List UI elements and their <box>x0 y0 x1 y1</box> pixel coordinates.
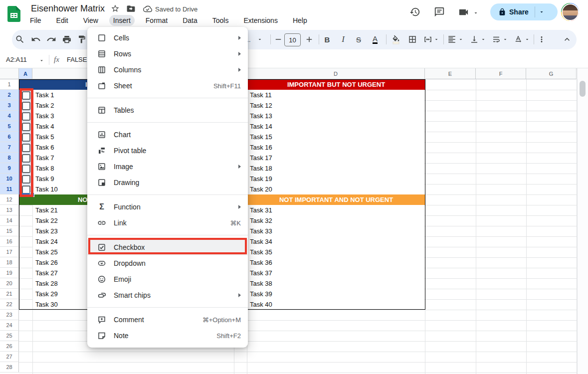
column-header-A[interactable]: A <box>19 68 32 79</box>
row-header-3[interactable]: 3 <box>0 100 19 111</box>
vertical-scrollbar-thumb[interactable] <box>580 81 586 97</box>
move-folder-icon[interactable] <box>126 4 136 13</box>
video-call-caret-icon[interactable] <box>473 10 479 16</box>
menu-item-function[interactable]: ΣFunction <box>87 199 248 215</box>
sheets-logo[interactable] <box>7 6 20 22</box>
cell-D3[interactable]: Task 12 <box>247 100 424 111</box>
comments-icon[interactable] <box>434 6 445 17</box>
column-header-E[interactable]: E <box>425 68 476 79</box>
hide-toolbar-icon[interactable] <box>562 34 572 44</box>
row-header-8[interactable]: 8 <box>0 153 19 163</box>
row-header-7[interactable]: 7 <box>0 142 19 153</box>
row-header-19[interactable]: 19 <box>0 268 19 278</box>
paint-format-icon[interactable] <box>77 35 86 44</box>
name-box[interactable]: A2:A11 <box>6 56 27 63</box>
text-wrap-caret-icon[interactable] <box>503 37 508 42</box>
row-header-12[interactable]: 12 <box>0 194 19 205</box>
text-color-button[interactable]: A <box>373 35 378 44</box>
cell-D19[interactable]: Task 37 <box>247 268 424 278</box>
row-header-9[interactable]: 9 <box>0 163 19 174</box>
menubar-item-extensions[interactable]: Extensions <box>239 15 281 26</box>
checkbox-cell-A9[interactable] <box>19 164 32 174</box>
cell-D18[interactable]: Task 36 <box>247 257 424 268</box>
row-header-27[interactable]: 27 <box>0 352 19 362</box>
avatar[interactable] <box>561 3 579 21</box>
checkbox-unchecked-icon[interactable] <box>22 144 30 152</box>
menu-item-checkbox[interactable]: Checkbox <box>87 239 248 255</box>
checkbox-unchecked-icon[interactable] <box>22 133 30 142</box>
increase-font-icon[interactable] <box>305 35 314 44</box>
row-header-26[interactable]: 26 <box>0 341 19 352</box>
undo-icon[interactable] <box>31 34 41 44</box>
cell-D14[interactable]: Task 32 <box>247 215 424 226</box>
checkbox-cell-A10[interactable] <box>19 174 32 184</box>
vertical-align-button[interactable] <box>470 35 479 44</box>
horizontal-align-button[interactable] <box>447 35 456 44</box>
menu-item-tables[interactable]: Tables <box>87 102 248 118</box>
cell-D8[interactable]: Task 17 <box>247 153 424 163</box>
row-header-17[interactable]: 17 <box>0 247 19 257</box>
checkbox-cell-A6[interactable] <box>19 132 32 142</box>
checkbox-cell-A3[interactable] <box>19 101 32 111</box>
cell-D7[interactable]: Task 16 <box>247 142 424 153</box>
menu-item-emoji[interactable]: Emoji <box>87 271 248 287</box>
formula-value[interactable]: FALSE <box>67 56 87 63</box>
quadrant-header-q2[interactable]: IMPORTANT BUT NOT URGENT <box>247 79 425 90</box>
horizontal-align-caret-icon[interactable] <box>458 37 464 42</box>
menu-item-comment[interactable]: Comment⌘+Option+M <box>87 312 248 328</box>
menu-item-smart-chips[interactable]: Smart chips <box>87 287 248 303</box>
row-header-18[interactable]: 18 <box>0 257 19 268</box>
cell-D11[interactable]: Task 20 <box>247 184 424 194</box>
print-icon[interactable] <box>62 35 72 44</box>
row-header-11[interactable]: 11 <box>0 184 19 194</box>
font-caret-icon[interactable] <box>257 37 263 42</box>
checkbox-unchecked-icon[interactable] <box>22 91 30 100</box>
cell-D2[interactable]: Task 11 <box>247 90 424 100</box>
cell-D5[interactable]: Task 14 <box>247 121 424 132</box>
menu-item-dropdown[interactable]: Dropdown <box>87 255 248 271</box>
document-title[interactable]: Eisenhower Matrix <box>31 3 105 14</box>
cell-D6[interactable]: Task 15 <box>247 132 424 142</box>
row-header-28[interactable]: 28 <box>0 362 19 373</box>
row-header-23[interactable]: 23 <box>0 310 19 320</box>
checkbox-unchecked-icon[interactable] <box>22 112 30 121</box>
more-options-icon[interactable] <box>537 35 546 44</box>
menubar-item-data[interactable]: Data <box>179 15 201 26</box>
row-header-2[interactable]: 2 <box>0 90 19 100</box>
merge-caret-icon[interactable] <box>434 37 439 42</box>
cell-D9[interactable]: Task 18 <box>247 163 424 174</box>
row-header-20[interactable]: 20 <box>0 278 19 289</box>
cell-D21[interactable]: Task 39 <box>247 289 424 299</box>
redo-icon[interactable] <box>46 34 56 44</box>
decrease-font-icon[interactable] <box>274 35 283 44</box>
version-history-icon[interactable] <box>409 6 420 17</box>
font-size-input[interactable]: 10 <box>284 33 301 46</box>
video-call-icon[interactable] <box>458 6 469 18</box>
menubar-item-view[interactable]: View <box>79 15 102 26</box>
menu-item-columns[interactable]: Columns <box>87 62 248 78</box>
menu-item-pivot-table[interactable]: Pivot table <box>87 143 248 159</box>
cell-D13[interactable]: Task 31 <box>247 205 424 215</box>
row-header-16[interactable]: 16 <box>0 236 19 247</box>
checkbox-unchecked-icon[interactable] <box>22 175 30 184</box>
fill-color-button[interactable] <box>392 35 400 44</box>
menubar-item-file[interactable]: File <box>26 15 45 26</box>
checkbox-cell-A8[interactable] <box>19 153 32 163</box>
quadrant-header-q4[interactable]: NOT IMPORTANT AND NOT URGENT <box>247 194 425 205</box>
menu-item-rows[interactable]: Rows <box>87 46 248 62</box>
vertical-align-caret-icon[interactable] <box>481 37 486 42</box>
column-header-G[interactable]: G <box>526 68 577 79</box>
cell-D17[interactable]: Task 35 <box>247 247 424 257</box>
text-rotation-button[interactable] <box>514 35 523 44</box>
menubar-item-format[interactable]: Format <box>142 15 172 26</box>
menu-item-sheet[interactable]: SheetShift+F11 <box>87 78 248 94</box>
checkbox-unchecked-icon[interactable] <box>22 186 30 194</box>
row-header-5[interactable]: 5 <box>0 121 19 132</box>
fill-handle[interactable] <box>30 192 34 197</box>
row-header-10[interactable]: 10 <box>0 174 19 184</box>
menubar-item-edit[interactable]: Edit <box>52 15 72 26</box>
checkbox-cell-A7[interactable] <box>19 143 32 153</box>
cell-D15[interactable]: Task 33 <box>247 226 424 236</box>
cell-D16[interactable]: Task 34 <box>247 236 424 247</box>
share-button[interactable]: Share <box>490 3 558 20</box>
